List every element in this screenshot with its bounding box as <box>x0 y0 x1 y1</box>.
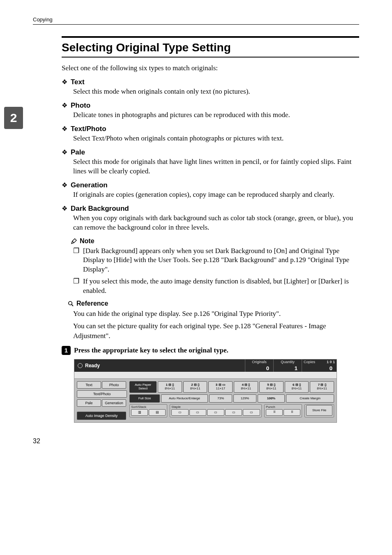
originals-counter: Originals 0 <box>245 359 273 372</box>
step-number-badge: 1 <box>62 346 71 355</box>
punch-option-button[interactable]: ⠿ <box>284 409 300 416</box>
diamond-icon: ❖ <box>62 79 67 85</box>
type-photo: ❖ Photo Delicate tones in photographs an… <box>62 101 359 120</box>
pale-type-button[interactable]: Pale <box>77 399 101 407</box>
sort-stack-group: Sort/Stack ▥ ▤ <box>129 404 167 417</box>
title-bar-top <box>62 36 359 38</box>
store-file-group: Store File <box>304 404 334 417</box>
reference-text: You can set the picture quality for each… <box>73 321 359 341</box>
photo-type-button[interactable]: Photo <box>102 381 126 389</box>
box-bullet-icon: ❐ <box>73 277 80 296</box>
note-item: ❐ [Dark Background] appears only when yo… <box>73 246 359 275</box>
copies-label: Copies <box>304 360 315 364</box>
staple-option-button[interactable]: ▭ <box>207 409 224 416</box>
auto-image-density-button[interactable]: Auto Image Density <box>77 412 126 420</box>
tray-size: 8½×11 <box>165 387 175 391</box>
diamond-icon: ❖ <box>62 102 67 109</box>
staple-option-button[interactable]: ▭ <box>189 409 207 416</box>
type-title: Generation <box>71 181 108 189</box>
diamond-icon: ❖ <box>62 126 67 132</box>
text-type-button[interactable]: Text <box>77 381 101 389</box>
sort-option-button[interactable]: ▥ <box>131 409 148 416</box>
ready-led-icon <box>78 363 83 368</box>
staple-group: Staple ▭ ▭ ▭ ▭ ▭ <box>170 404 262 417</box>
type-title: Photo <box>71 101 90 110</box>
auto-paper-select-button[interactable]: Auto Paper Select <box>129 381 157 393</box>
type-darkbg: ❖ Dark Background When you copy original… <box>62 205 359 233</box>
chapter-header: Copying <box>33 16 359 23</box>
type-textphoto: ❖ Text/Photo Select Text/Photo when orig… <box>62 125 359 143</box>
note-label: Note <box>80 237 95 245</box>
textphoto-type-button[interactable]: Text/Photo <box>77 390 127 398</box>
note-item: ❐ If you select this mode, the auto imag… <box>73 277 359 296</box>
step-1: 1 Press the appropriate key to select th… <box>62 346 359 355</box>
chapter-number: 2 <box>10 111 17 125</box>
type-title: Text/Photo <box>71 125 106 133</box>
generation-type-button[interactable]: Generation <box>102 399 126 407</box>
title-bar-bottom <box>62 57 359 58</box>
type-body: Select this mode when originals contain … <box>73 87 359 97</box>
punch-label: Punch <box>266 405 300 409</box>
staple-option-button[interactable]: ▭ <box>225 409 242 416</box>
store-file-button[interactable]: Store File <box>306 405 332 416</box>
type-title: Text <box>71 78 85 86</box>
staple-label: Staple <box>171 405 260 409</box>
type-body: Select Text/Photo when originals contain… <box>73 134 359 143</box>
paper-tray-2[interactable]: 2 ⊟ ▯8½×11 <box>183 381 208 393</box>
section-title: Selecting Original Type Setting <box>62 41 359 54</box>
ready-label: Ready <box>85 363 100 368</box>
diamond-icon: ❖ <box>62 182 67 189</box>
pencil-icon <box>71 238 77 244</box>
box-bullet-icon: ❐ <box>73 246 80 275</box>
quantity-label: Quantity <box>275 360 300 364</box>
note-heading: Note <box>71 237 359 245</box>
type-generation: ❖ Generation If originals are copies (ge… <box>62 181 359 200</box>
svg-point-0 <box>69 302 72 305</box>
tray-size: 8½×11 <box>317 387 327 391</box>
stack-option-button[interactable]: ▤ <box>149 409 166 416</box>
punch-option-button[interactable]: ⠿ <box>266 409 283 416</box>
full-size-button[interactable]: Full Size <box>129 394 160 403</box>
tray-size: 8½×11 <box>292 387 302 391</box>
originals-value: 0 <box>247 365 272 371</box>
status-bar <box>74 372 337 379</box>
sort-stack-label: Sort/Stack <box>131 405 166 409</box>
auto-paper-line2: Select <box>138 387 148 391</box>
staple-option-button[interactable]: ▭ <box>243 409 260 416</box>
note-text: [Dark Background] appears only when you … <box>83 246 359 275</box>
zoom-100-display: 100% <box>258 394 285 403</box>
type-text: ❖ Text Select this mode when originals c… <box>62 78 359 97</box>
quantity-value: 1 <box>275 365 300 371</box>
zoom-73-button[interactable]: 73% <box>209 394 232 403</box>
originals-label: Originals <box>247 360 272 364</box>
panel-topbar: Ready Originals 0 Quantity 1 <box>74 359 337 372</box>
chapter-tab: 2 <box>4 107 23 129</box>
paper-tray-5[interactable]: 5 ⊟ ▯8½×11 <box>259 381 284 393</box>
paper-tray-3[interactable]: 3 ⊟ ▭11×17 <box>208 381 233 393</box>
quantity-counter: Quantity 1 <box>273 359 302 372</box>
tray-size: 11×17 <box>216 387 225 391</box>
tray-size: 8½×11 <box>190 387 201 391</box>
magnifier-icon <box>67 300 74 307</box>
type-title: Dark Background <box>71 205 129 213</box>
step-instruction: Press the appropriate key to select the … <box>74 346 228 355</box>
paper-tray-7[interactable]: 7 ⊟ ▯8½×11 <box>310 381 334 393</box>
type-pale: ❖ Pale Select this mode for originals th… <box>62 148 359 176</box>
auto-reduce-enlarge-button[interactable]: Auto Reduce/Enlarge <box>161 394 208 403</box>
intro-text: Select one of the following six types to… <box>62 64 359 72</box>
staple-option-button[interactable]: ▭ <box>171 409 189 416</box>
type-body: When you copy originals with dark backgr… <box>73 214 359 233</box>
copies-big-value: 1 0 1 <box>327 360 335 364</box>
create-margin-button[interactable]: Create Margin <box>286 394 334 403</box>
paper-tray-6[interactable]: 6 ⊟ ▯8½×11 <box>285 381 309 393</box>
copies-value: 0 <box>304 365 335 371</box>
zoom-129-button[interactable]: 129% <box>233 394 256 403</box>
diamond-icon: ❖ <box>62 149 67 156</box>
type-body: Select this mode for originals that have… <box>73 157 359 176</box>
paper-tray-4[interactable]: 4 ⊟ ▯8½×11 <box>234 381 258 393</box>
copies-counter: Copies 1 0 1 0 <box>302 359 337 372</box>
note-text: If you select this mode, the auto image … <box>83 277 359 296</box>
paper-tray-1[interactable]: 1 ⊟ ▯8½×11 <box>158 381 182 393</box>
reference-heading: Reference <box>67 300 359 307</box>
copier-panel: Ready Originals 0 Quantity 1 <box>74 359 337 423</box>
